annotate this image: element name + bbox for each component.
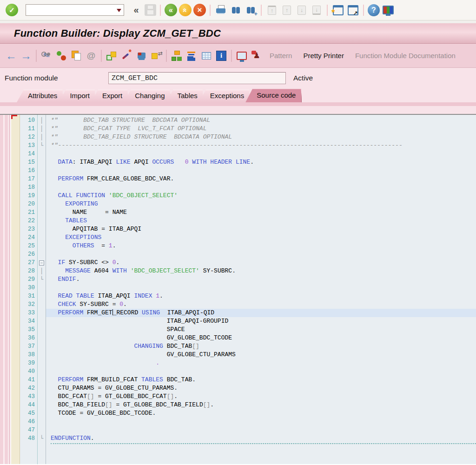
hierarchy-icon[interactable] (170, 49, 183, 62)
navigate-forward-icon[interactable] (20, 49, 33, 62)
code-line[interactable] (46, 183, 476, 192)
tab-tables[interactable]: Tables (166, 90, 203, 102)
command-field (26, 4, 124, 16)
pattern-wand-icon[interactable] (120, 49, 133, 62)
user-trace-icon[interactable] (250, 49, 263, 62)
code-line[interactable]: GV_GLOBE_BDC_TCODE (46, 334, 476, 342)
code-line[interactable]: IF SY-SUBRC <> 0. (46, 259, 476, 267)
code-line[interactable]: PERFORM FRM_GET_RECORD USING ITAB_APQI-Q… (46, 309, 476, 317)
command-input[interactable] (26, 4, 124, 16)
fold-marker (38, 141, 46, 150)
line-number: 37 (20, 342, 37, 351)
fold-cell (38, 326, 46, 334)
customize-layout-icon[interactable] (382, 4, 395, 17)
collapse-toolbar-icon[interactable] (130, 4, 143, 17)
print-icon[interactable] (214, 4, 227, 17)
code-line[interactable]: CHECK SY-SUBRC = 0. (46, 300, 476, 309)
code-line[interactable]: PERFORM FRM_CLEAR_GLOBE_BDC_VAR. (46, 175, 476, 183)
code-area[interactable]: *" BDC_TAB STRUCTURE BDCDATA OPTIONAL*" … (46, 115, 476, 464)
code-line[interactable]: NAME = NAME (46, 208, 476, 217)
code-line[interactable]: SPACE (46, 326, 476, 334)
runtime-monitor-icon[interactable] (235, 49, 248, 62)
tab-source-code[interactable]: Source code (245, 89, 302, 102)
line-number: 42 (20, 384, 37, 392)
code-line[interactable] (46, 418, 476, 426)
code-line[interactable] (46, 166, 476, 175)
fold-cell (38, 233, 46, 242)
fold-cell (38, 401, 46, 409)
code-line[interactable]: *" BDC_TAB_FIELD STRUCTURE BDCDATA OPTIO… (46, 133, 476, 141)
code-line[interactable]: EXPORTING (46, 200, 476, 208)
find-icon[interactable] (229, 4, 242, 17)
code-line[interactable] (46, 426, 476, 434)
new-session-icon[interactable] (331, 4, 344, 17)
line-number: 22 (20, 217, 37, 225)
activate-toggle-icon[interactable] (55, 49, 68, 62)
tab-import[interactable]: Import (59, 90, 96, 102)
create-shortcut-icon[interactable] (346, 4, 359, 17)
code-line[interactable]: APQITAB = ITAB_APQI (46, 225, 476, 233)
code-line[interactable]: CTU_PARAMS = GV_GLOBE_CTU_PARAMS. (46, 384, 476, 392)
line-number: 35 (20, 326, 37, 334)
function-module-input[interactable] (108, 72, 286, 84)
line-number: 29 (20, 275, 37, 284)
code-line[interactable] (46, 284, 476, 292)
table-view-icon[interactable] (200, 49, 213, 62)
code-line[interactable] (46, 367, 476, 376)
exit-icon[interactable] (179, 4, 192, 16)
line-number: 33 (20, 309, 37, 317)
help-icon[interactable] (368, 4, 380, 16)
tab-attributes[interactable]: Attributes (17, 90, 63, 102)
code-line[interactable]: TCODE = GV_GLOBE_BDC_TCODE. (46, 409, 476, 418)
tab-export[interactable]: Export (91, 90, 128, 102)
function-module-label: Function module (5, 74, 108, 82)
code-line[interactable]: BDC_TAB_FIELD[] = GT_GLOBE_BDC_TAB_FIELD… (46, 401, 476, 409)
code-line[interactable]: ENDFUNCTION. (46, 434, 476, 443)
code-line[interactable] (46, 150, 476, 158)
tab-exceptions[interactable]: Exceptions (199, 90, 250, 102)
pretty-printer-button[interactable]: Pretty Printer (298, 52, 350, 60)
back-icon[interactable] (165, 4, 177, 16)
code-line[interactable]: GV_GLOBE_CTU_PARAMS (46, 351, 476, 359)
syntax-check-icon[interactable] (135, 49, 148, 62)
code-line[interactable]: *"--------------------------------------… (46, 141, 476, 150)
code-line[interactable]: PERFORM FRM_BUILD_FCAT TABLES BDC_TAB. (46, 376, 476, 384)
navigate-object-icon[interactable] (150, 49, 163, 62)
code-line[interactable]: EXCEPTIONS (46, 233, 476, 242)
code-line[interactable]: *" BDC_FCAT TYPE LVC_T_FCAT OPTIONAL (46, 125, 476, 133)
sort-icon[interactable] (185, 49, 198, 62)
info-icon[interactable] (215, 49, 228, 62)
navigate-back-icon[interactable] (5, 49, 18, 62)
copy-icon[interactable] (70, 49, 83, 62)
code-line[interactable]: CHANGING BDC_TAB[] (46, 342, 476, 351)
code-line[interactable]: OTHERS = 1. (46, 242, 476, 250)
display-change-icon[interactable] (40, 49, 53, 62)
code-line[interactable] (46, 250, 476, 259)
code-line[interactable]: BDC_FCAT[] = GT_GLOBE_BDC_FCAT[]. (46, 392, 476, 401)
line-number: 17 (20, 175, 37, 183)
code-line[interactable]: . (46, 359, 476, 367)
breakpoint-margin[interactable] (11, 115, 20, 464)
loop-icon[interactable] (85, 49, 98, 62)
tab-changing[interactable]: Changing (124, 90, 171, 102)
find-next-icon[interactable] (244, 4, 257, 17)
code-line[interactable]: *" BDC_TAB STRUCTURE BDCDATA OPTIONAL (46, 116, 476, 125)
next-page-icon: ↓ (295, 4, 308, 17)
enter-icon[interactable] (6, 4, 18, 16)
code-line[interactable]: ITAB_APQI-GROUPID (46, 317, 476, 326)
command-dropdown-icon[interactable] (117, 9, 121, 12)
where-used-icon[interactable] (105, 49, 118, 62)
code-line[interactable]: TABLES (46, 217, 476, 225)
fold-marker[interactable] (38, 259, 46, 267)
line-number: 26 (20, 250, 37, 259)
code-line[interactable]: ENDIF. (46, 275, 476, 284)
code-line[interactable]: DATA: ITAB_APQI LIKE APQI OCCURS 0 WITH … (46, 158, 476, 166)
previous-page-icon: ↑ (280, 4, 293, 17)
cancel-icon[interactable] (193, 4, 206, 16)
code-line[interactable]: CALL FUNCTION 'BDC_OBJECT_SELECT' (46, 192, 476, 200)
code-line[interactable]: READ TABLE ITAB_APQI INDEX 1. (46, 292, 476, 300)
fold-cell (38, 166, 46, 175)
line-number: 47 (20, 426, 37, 434)
fold-cell (38, 217, 46, 225)
code-line[interactable]: MESSAGE A604 WITH 'BDC_OBJECT_SELECT' SY… (46, 267, 476, 275)
